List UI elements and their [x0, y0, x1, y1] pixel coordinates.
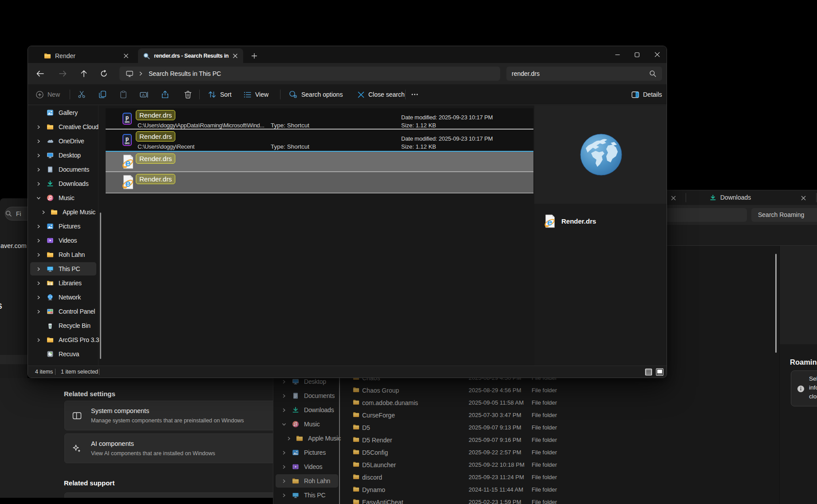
sidebar-scrollbar[interactable] [100, 213, 101, 359]
sidebar-item[interactable]: Roh Lahn [273, 474, 340, 488]
file-row[interactable]: Render.drs [106, 172, 533, 193]
address-bar[interactable]: Search Results in This PC [119, 67, 500, 81]
cut-button[interactable] [74, 84, 89, 105]
file-row[interactable]: Render.drs C:\Users\doggy\Recent Type: S… [106, 130, 533, 151]
new-button[interactable]: New [32, 84, 64, 105]
file-row[interactable]: Render.drs [106, 151, 533, 172]
tab-downloads[interactable]: Downloads [720, 190, 751, 205]
tab-label: Render [55, 52, 120, 59]
sidebar-item-icon [47, 194, 54, 201]
minimize-button[interactable] [608, 46, 627, 63]
rename-button[interactable]: A [137, 84, 151, 105]
ai-components-card[interactable]: AI components View AI components that ar… [64, 433, 273, 463]
list-scrollbar[interactable] [775, 254, 777, 353]
folder-row[interactable]: D5Config 2025-09-22 2:57 PM File folder [344, 446, 779, 459]
share-button[interactable] [158, 84, 172, 105]
folder-date-modified: 2025-09-22 2:57 PM [469, 446, 521, 459]
folder-row[interactable]: D5 2025-09-07 9:13 PM File folder [344, 421, 779, 434]
sidebar-item[interactable]: Documents [273, 389, 340, 403]
sidebar-item[interactable]: Creative Cloud Fil [28, 120, 98, 134]
folder-date-modified: 2025-09-07 9:13 PM [469, 421, 521, 434]
new-tab-button[interactable] [249, 51, 260, 61]
close-search-button[interactable]: Close search [353, 84, 409, 105]
sidebar-item[interactable]: Desktop [28, 148, 98, 162]
sidebar-item[interactable]: This PC [273, 488, 340, 502]
sidebar-item-label: Creative Cloud Fil [59, 120, 100, 134]
sidebar-item[interactable]: Recycle Bin [28, 319, 98, 333]
more-options-button[interactable] [408, 84, 421, 105]
chevron-right-icon [282, 479, 286, 483]
sidebar-item[interactable]: Videos [28, 233, 98, 248]
sidebar-item[interactable]: Libraries [28, 276, 98, 290]
folder-name: D5Launcher [362, 459, 396, 471]
tab-render[interactable]: Render [34, 48, 134, 63]
delete-button[interactable] [181, 84, 195, 105]
thumbnail-view-toggle[interactable] [656, 368, 663, 376]
sidebar-item[interactable]: ArcGIS Pro 3.3 [28, 333, 98, 347]
sidebar-item[interactable]: Gallery [28, 106, 98, 120]
search-input[interactable]: render.drs [506, 67, 662, 81]
sidebar-item[interactable]: Pictures [273, 445, 340, 460]
file-type: Type: Shortcut [271, 143, 309, 150]
sidebar-item[interactable]: Network [28, 290, 98, 304]
related-support-card[interactable] [64, 492, 273, 498]
folder-name: EasyAntiCheat [362, 496, 403, 504]
sidebar-item-label: Roh Lahn [59, 248, 100, 262]
sidebar-item[interactable]: Apple Music [273, 431, 340, 445]
navigation-pane: Gallery Creative Cloud Fil [28, 106, 98, 366]
paste-icon [119, 91, 127, 98]
back-button[interactable] [33, 67, 47, 80]
folder-row[interactable]: D5Launcher 2025-09-22 10:18 PM File fold… [344, 459, 779, 471]
search-options-button[interactable]: Search options [284, 84, 347, 105]
system-components-card[interactable]: System components Manage system componen… [64, 401, 273, 430]
sidebar-item[interactable]: This PC [28, 262, 98, 276]
sidebar-item[interactable]: OneDrive [28, 134, 98, 148]
maximize-button[interactable] [628, 46, 646, 63]
sidebar-item[interactable]: Roh Lahn [28, 248, 98, 262]
svg-text:A: A [142, 92, 145, 97]
sort-button[interactable]: Sort [204, 84, 236, 105]
sidebar-item[interactable]: Recuva [28, 347, 98, 361]
close-tab-button[interactable] [120, 50, 132, 62]
sidebar-item[interactable]: Pictures [28, 219, 98, 233]
folder-row[interactable]: com.adobe.dunamis 2025-09-05 11:58 AM Fi… [344, 397, 779, 409]
folder-row[interactable]: EasyAntiCheat 2025-02-23 1:59 PM File fo… [344, 496, 779, 504]
folder-type: File folder [532, 496, 557, 504]
folder-row[interactable]: CurseForge 2025-07-30 3:47 PM File folde… [344, 409, 779, 421]
folder-row[interactable]: D5 Render 2025-09-07 9:16 PM File folder [344, 434, 779, 446]
chevron-right-icon [37, 182, 40, 186]
folder-icon [352, 461, 360, 468]
folder-row[interactable]: Dynamo 2024-11-15 11:44 AM File folder [344, 484, 779, 496]
close-tab-button[interactable] [229, 50, 241, 62]
sidebar-item[interactable]: Control Panel [28, 304, 98, 319]
details-toggle-button[interactable]: Details [628, 84, 666, 105]
sidebar-item[interactable]: Music [273, 417, 340, 431]
close-search-label: Close search [368, 91, 405, 98]
find-search-box[interactable]: Fi [5, 207, 28, 220]
paste-button[interactable] [116, 84, 130, 105]
sidebar-item[interactable]: Apple Music [28, 205, 98, 219]
file-row[interactable]: Render.drs C:\Users\doggy\AppData\Roamin… [106, 108, 533, 130]
sidebar-item[interactable]: Downloads [28, 177, 98, 191]
view-button[interactable]: View [239, 84, 273, 105]
close-tab-button[interactable] [797, 192, 809, 204]
close-tab-button[interactable] [667, 192, 679, 204]
sidebar-item[interactable]: Music [28, 191, 98, 205]
close-window-button[interactable] [648, 46, 667, 63]
folder-row[interactable]: discord 2025-09-23 11:24 PM File folder [344, 471, 779, 484]
sidebar-item[interactable]: Documents [28, 162, 98, 177]
forward-button[interactable] [56, 67, 69, 80]
folder-row[interactable]: Chaos Group 2025-08-29 4:56 PM File fold… [344, 384, 779, 397]
tab-search-results[interactable]: render.drs - Search Results in T [138, 48, 243, 63]
up-button[interactable] [77, 67, 91, 80]
search-box[interactable]: Search Roaming [751, 208, 817, 222]
details-view-toggle[interactable] [645, 368, 652, 376]
sidebar-item[interactable]: Downloads [273, 403, 340, 417]
view-list-icon [244, 91, 251, 98]
sidebar-item[interactable]: Videos [273, 460, 340, 474]
copy-button[interactable] [95, 84, 110, 105]
refresh-button[interactable] [97, 67, 111, 80]
sidebar-item-icon [47, 223, 54, 230]
folder-name: D5Config [362, 446, 388, 459]
status-separator [55, 369, 55, 375]
